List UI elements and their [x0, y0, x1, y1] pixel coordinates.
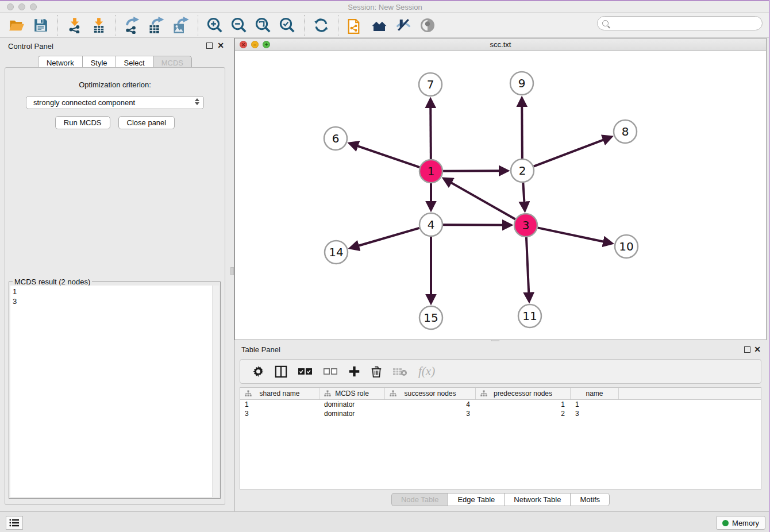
export-network-icon[interactable] — [124, 17, 141, 34]
import-network-icon[interactable] — [66, 17, 83, 34]
run-mcds-button[interactable]: Run MCDS — [55, 116, 110, 129]
graph-edge-2-9[interactable] — [522, 99, 522, 159]
graph-edge-3-11[interactable] — [526, 237, 529, 300]
mcds-panel: Optimization criterion: strongly connect… — [5, 67, 225, 505]
column-type-icon — [390, 390, 396, 397]
column-header-mcds-role[interactable]: MCDS role — [319, 388, 385, 399]
search-box[interactable] — [597, 16, 763, 30]
network-canvas[interactable]: 7968124314101511 — [235, 51, 766, 340]
table-row[interactable]: 3dominator323 — [240, 409, 761, 418]
graph-edge-2-8[interactable] — [534, 137, 611, 167]
graph-edge-1-2[interactable] — [443, 171, 507, 171]
tab-motifs[interactable]: Motifs — [570, 493, 610, 506]
main-toolbar — [0, 13, 770, 38]
column-header-shared-name[interactable]: shared name — [240, 388, 319, 399]
hide-all-columns-icon[interactable] — [323, 368, 338, 376]
new-network-from-selection-icon[interactable] — [346, 17, 364, 34]
first-neighbors-icon[interactable] — [371, 17, 388, 34]
graph-node-8[interactable]: 8 — [614, 120, 637, 143]
hide-selected-icon[interactable] — [395, 17, 412, 34]
graph-node-1[interactable]: 1 — [419, 160, 442, 183]
graph-edge-1-7[interactable] — [430, 100, 431, 159]
create-column-icon[interactable] — [348, 365, 360, 377]
zoom-fit-icon[interactable] — [255, 17, 272, 34]
graph-node-2[interactable]: 2 — [511, 159, 534, 182]
table-cell[interactable]: 1 — [571, 400, 619, 409]
column-header-name[interactable]: name — [571, 388, 619, 399]
search-input[interactable] — [609, 18, 762, 29]
memory-label: Memory — [732, 519, 759, 527]
tab-node-table[interactable]: Node Table — [391, 493, 448, 506]
graph-node-6[interactable]: 6 — [324, 127, 347, 150]
memory-status-icon — [722, 520, 729, 526]
function-builder-icon[interactable]: f(x) — [418, 364, 435, 379]
mcds-result-text[interactable]: 13 — [10, 286, 219, 497]
table-cell[interactable]: 1 — [476, 400, 571, 409]
task-history-button[interactable] — [6, 516, 23, 530]
svg-text:8: 8 — [622, 125, 629, 138]
mcds-result-box: MCDS result (2 nodes) 13 — [9, 282, 221, 499]
graph-node-15[interactable]: 15 — [419, 306, 442, 329]
toolbar-separator — [338, 15, 338, 36]
network-window-titlebar[interactable]: ✕ − ＋ scc.txt — [235, 38, 766, 51]
graph-node-14[interactable]: 14 — [325, 241, 348, 264]
save-session-icon[interactable] — [32, 17, 49, 34]
splitter-grip[interactable] — [230, 267, 234, 275]
graph-edge-4-3[interactable] — [443, 225, 510, 225]
delete-table-icon[interactable] — [392, 367, 407, 377]
table-cell[interactable]: 2 — [476, 409, 571, 418]
graph-edge-3-1[interactable] — [444, 179, 515, 219]
table-cell[interactable]: 1 — [240, 400, 319, 409]
table-cell[interactable]: 3 — [385, 409, 476, 418]
float-panel-icon[interactable] — [206, 43, 213, 49]
table-cell[interactable]: dominator — [319, 409, 385, 418]
graph-node-10[interactable]: 10 — [615, 235, 638, 258]
criterion-select[interactable]: strongly connected component — [26, 96, 204, 109]
export-table-icon[interactable] — [148, 17, 165, 34]
table-cell[interactable]: dominator — [319, 400, 385, 409]
graph-node-9[interactable]: 9 — [510, 72, 533, 95]
table-cell[interactable]: 3 — [240, 409, 319, 418]
close-panel-icon[interactable]: ✕ — [217, 41, 224, 49]
apply-layout-icon[interactable] — [313, 17, 330, 34]
table-cell[interactable]: 3 — [571, 409, 619, 418]
memory-button[interactable]: Memory — [716, 516, 765, 530]
table-row[interactable]: 1dominator411 — [240, 400, 761, 409]
settings-gear-icon[interactable] — [252, 365, 264, 377]
graph-node-7[interactable]: 7 — [419, 73, 442, 96]
graph-edge-4-14[interactable] — [351, 228, 419, 248]
import-table-icon[interactable] — [90, 17, 107, 34]
tab-network-table[interactable]: Network Table — [504, 493, 570, 506]
zoom-out-icon[interactable] — [230, 17, 248, 34]
control-panel: Control Panel ✕ NetworkStyleSelectMCDS O… — [0, 38, 230, 511]
delete-columns-icon[interactable] — [371, 365, 382, 378]
result-scrollbar[interactable] — [212, 286, 219, 497]
graph-node-3[interactable]: 3 — [514, 214, 537, 237]
export-image-icon[interactable] — [172, 17, 190, 34]
graph-edge-3-10[interactable] — [538, 228, 611, 243]
column-header-successor-nodes[interactable]: successor nodes — [385, 388, 476, 399]
float-table-panel-icon[interactable] — [744, 346, 750, 353]
optimization-criterion-label: Optimization criterion: — [5, 80, 225, 89]
graph-edge-1-6[interactable] — [351, 144, 420, 167]
table-cell[interactable]: 4 — [385, 400, 476, 409]
close-table-panel-icon[interactable]: ✕ — [754, 345, 761, 353]
open-session-icon[interactable] — [8, 17, 25, 34]
vertical-splitter[interactable] — [230, 38, 234, 511]
network-graph: 7968124314101511 — [235, 51, 766, 340]
show-all-columns-icon[interactable] — [298, 368, 313, 376]
zoom-in-icon[interactable] — [206, 17, 224, 34]
svg-text:6: 6 — [332, 132, 340, 145]
tab-edge-table[interactable]: Edge Table — [448, 493, 504, 506]
change-table-mode-icon[interactable] — [275, 365, 287, 378]
graph-node-11[interactable]: 11 — [518, 304, 541, 327]
zoom-selected-icon[interactable] — [279, 17, 296, 34]
graph-edge-2-3[interactable] — [523, 183, 525, 210]
column-header-predecessor-nodes[interactable]: predecessor nodes — [476, 388, 571, 399]
show-all-icon[interactable] — [419, 17, 436, 34]
criterion-value: strongly connected component — [33, 98, 135, 107]
graph-node-4[interactable]: 4 — [419, 213, 442, 236]
close-panel-button[interactable]: Close panel — [118, 116, 175, 129]
table-header-row: shared nameMCDS rolesuccessor nodesprede… — [240, 388, 761, 400]
control-panel-title: Control Panel — [8, 42, 53, 51]
